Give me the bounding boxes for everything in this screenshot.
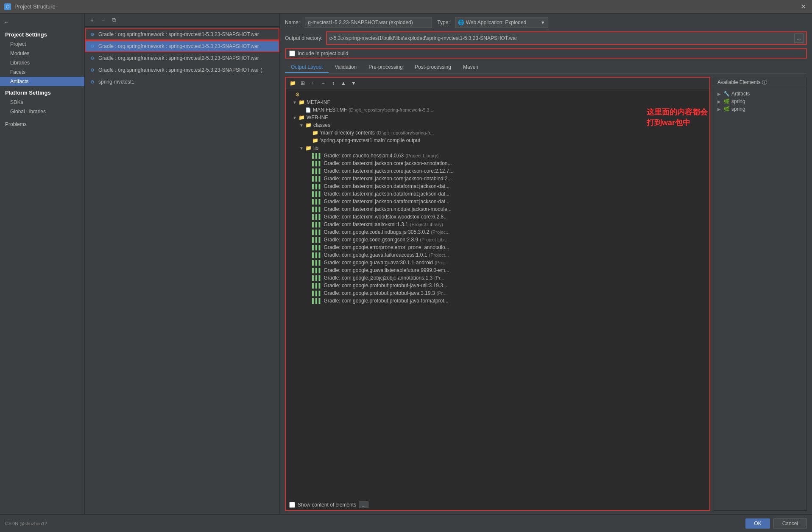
artifact-list-item[interactable]: ⚙ Gradle : org.springframework : spring-… [85,28,279,40]
tree-folder-btn[interactable]: 📁 [288,79,297,87]
tree-node[interactable]: ▌▌▌Gradle: com.fasterxml:aalto-xml:1.3.1… [286,221,709,228]
tree-node[interactable]: ▌▌▌Gradle: com.fasterxml.jackson.datafor… [286,190,709,198]
tree-node[interactable]: ▼📁WEB-INF [286,114,709,121]
sidebar-item-sdks[interactable]: SDKs [0,98,84,107]
tree-item-text: lib [313,145,318,151]
tree-item-text: Gradle: com.google.protobuf:protobuf-jav… [324,290,435,296]
available-tree-node[interactable]: ▶🌿spring [714,98,806,105]
available-tree-node[interactable]: ▶🌿spring [714,105,806,113]
copy-artifact-button[interactable]: ⧉ [109,15,119,25]
tree-node[interactable]: ▌▌▌Gradle: com.google.guava:failureacces… [286,251,709,259]
tree-node[interactable]: ▌▌▌Gradle: com.fasterxml.jackson.core:ja… [286,175,709,182]
tree-node[interactable]: ▼📁classes [286,121,709,129]
available-tree-node[interactable]: ▶🔧Artifacts [714,90,806,98]
tree-node[interactable]: ▌▌▌Gradle: com.google.protobuf:protobuf-… [286,297,709,305]
artifact-list: ⚙ Gradle : org.springframework : spring-… [85,27,279,514]
output-dir-row: Output directory: ... [285,31,807,45]
artifact-list-item[interactable]: ⚙ Gradle : org.springframework : spring-… [85,40,279,52]
tree-node[interactable]: ▌▌▌Gradle: com.fasterxml.jackson.datafor… [286,182,709,190]
sidebar-item-problems[interactable]: Problems [0,120,84,129]
tree-up-btn[interactable]: ▲ [339,79,348,87]
tree-arrow-icon: ▼ [293,115,297,120]
tree-node[interactable]: ▌▌▌Gradle: com.google.j2objcj2objc-annot… [286,274,709,282]
close-button[interactable]: ✕ [799,3,808,11]
tree-node[interactable]: 📄MANIFEST.MF (D:\git_repository\spring-f… [286,106,709,114]
cancel-button[interactable]: Cancel [773,518,807,529]
show-content-checkbox[interactable] [289,502,295,508]
artifact-item-label: Gradle : org.springframework : spring-mv… [98,43,259,49]
tree-item-text: classes [313,122,330,128]
tree-node[interactable]: ▌▌▌Gradle: com.google.errorprone:error_p… [286,244,709,251]
tree-item-extra: (Project Library) [405,153,438,158]
tree-node[interactable]: ▌▌▌Gradle: com.google.code.gson:gson:2.8… [286,236,709,244]
add-artifact-button[interactable]: + [87,15,97,25]
tree-add-btn[interactable]: + [309,79,317,87]
avail-item-icon: 🔧 [723,91,730,97]
tree-item-icon: ▌▌▌ [312,237,322,242]
tree-item-icon: 📁 [312,130,318,136]
tree-item-icon: ▌▌▌ [312,176,322,181]
tree-node[interactable]: ⚙ [286,91,709,98]
tree-node[interactable]: ▌▌▌Gradle: com.google.protobuf:protobuf-… [286,289,709,297]
avail-item-icon: 🌿 [723,106,730,112]
include-checkbox[interactable] [289,50,295,56]
tree-down-btn[interactable]: ▼ [349,79,358,87]
show-content-dots-btn[interactable]: ... [359,501,368,508]
tree-node[interactable]: ▌▌▌Gradle: com.fasterxml.jackson.core:ja… [286,160,709,167]
artifact-item-icon: ⚙ [89,31,96,38]
tree-item-text: Gradle: com.google.code.gson:gson:2.8.9 [324,237,418,243]
name-label: Name: [285,20,300,25]
tree-node[interactable]: ▌▌▌Gradle: com.caucho:hessian:4.0.63 (Pr… [286,152,709,160]
sidebar-item-libraries[interactable]: Libraries [0,58,84,67]
tree-node[interactable]: ▌▌▌Gradle: com.fasterxml.jackson.module:… [286,205,709,213]
tree-node[interactable]: ▌▌▌Gradle: com.google.guava:guava:30.1.1… [286,259,709,266]
tabs-row: Output LayoutValidationPre-processingPos… [285,62,807,73]
tree-sort-btn[interactable]: ↕ [329,79,338,87]
output-dir-input[interactable] [329,35,792,41]
sidebar-item-modules[interactable]: Modules [0,49,84,58]
back-button[interactable]: ← [0,17,84,27]
right-panel: Name: Type: 🌐 Web Application: Exploded … [280,14,812,514]
main-content: ← Project Settings Project Modules Libra… [0,14,812,514]
tree-item-text: Gradle: com.google.j2objcj2objc-annotati… [324,275,433,281]
tree-node[interactable]: ▌▌▌Gradle: com.fasterxml.jackson.datafor… [286,198,709,205]
tree-grid-btn[interactable]: ⊞ [299,79,307,87]
artifact-list-item[interactable]: ⚙ Gradle : org.springframework : spring-… [85,52,279,64]
sidebar-item-project[interactable]: Project [0,39,84,49]
tree-remove-btn[interactable]: − [319,79,327,87]
center-panel: + − ⧉ ⚙ Gradle : org.springframework : s… [85,14,280,514]
tree-node[interactable]: ▌▌▌Gradle: com.fasterxml.jackson.core:ja… [286,167,709,175]
tab-validation[interactable]: Validation [329,62,363,73]
tree-arrow-icon: ▼ [299,123,304,128]
tree-node[interactable]: ▌▌▌Gradle: com.google.protobuf:protobuf-… [286,282,709,289]
tree-node[interactable]: 📁'spring.spring-mvctest1.main' compile o… [286,137,709,144]
tree-node[interactable]: ▌▌▌Gradle: com.google.code.findbugs:jsr3… [286,228,709,236]
remove-artifact-button[interactable]: − [98,15,108,25]
artifact-list-item[interactable]: ⚙ Gradle : org.springframework : spring-… [85,64,279,76]
tree-item-text: MANIFEST.MF [313,107,347,113]
avail-item-text: spring [731,106,745,112]
tree-item-extra: (D:\git_repository\spring-fr... [377,130,434,135]
tree-item-icon: ▌▌▌ [312,260,322,265]
type-dropdown[interactable]: 🌐 Web Application: Exploded ▼ [455,17,548,28]
artifact-list-item[interactable]: ⚙ spring-mvctest1 [85,76,279,88]
tab-output-layout[interactable]: Output Layout [285,62,329,73]
output-dir-browse-button[interactable]: ... [794,34,804,43]
sidebar-item-global-libraries[interactable]: Global Libraries [0,107,84,116]
tab-post-processing[interactable]: Post-processing [409,62,457,73]
tree-node[interactable]: 📁'main' directory contents (D:\git_repos… [286,129,709,137]
tree-node[interactable]: ▌▌▌Gradle: com.google.guava:listenablefu… [286,266,709,274]
tree-node[interactable]: ▼📁META-INF [286,98,709,106]
tree-item-icon: ▌▌▌ [312,252,322,258]
artifact-item-label: Gradle : org.springframework : spring-mv… [98,55,259,61]
tab-pre-processing[interactable]: Pre-processing [363,62,409,73]
output-tree: ⚙▼📁META-INF📄MANIFEST.MF (D:\git_reposito… [286,89,709,498]
show-content-row: Show content of elements ... [286,499,709,510]
tab-maven[interactable]: Maven [457,62,484,73]
name-input[interactable] [305,17,432,28]
sidebar-item-artifacts[interactable]: Artifacts [0,77,84,86]
sidebar-item-facets[interactable]: Facets [0,67,84,77]
tree-node[interactable]: ▌▌▌Gradle: com.fasterxml.woodstox:woodst… [286,213,709,221]
tree-node[interactable]: ▼📁lib [286,144,709,152]
ok-button[interactable]: OK [745,518,770,529]
